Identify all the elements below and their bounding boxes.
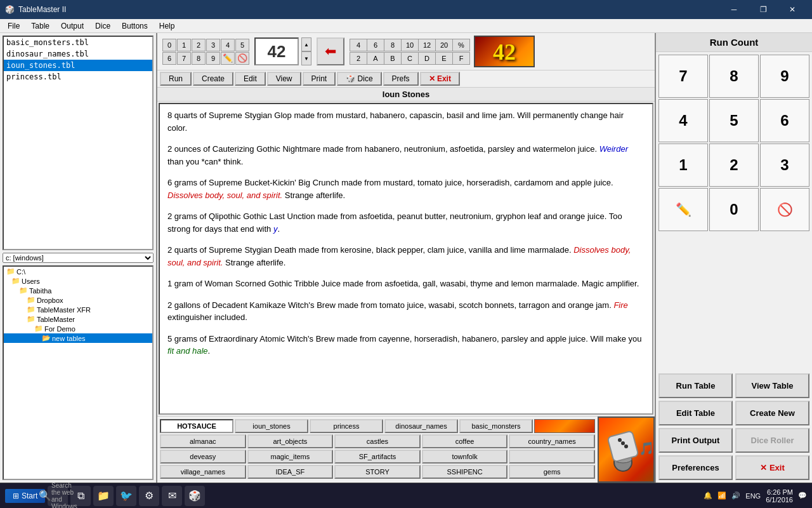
row-num-e[interactable]: E: [435, 52, 453, 65]
tree-new-tables[interactable]: 📂 new tables: [4, 333, 152, 343]
notification-icon[interactable]: 🔔: [704, 491, 712, 500]
menu-help[interactable]: Help: [154, 20, 180, 32]
exit-toolbar-button[interactable]: ✕ Exit: [420, 72, 460, 86]
num-0-button[interactable]: 0: [162, 39, 176, 51]
table-btn-village-names[interactable]: village_names: [160, 465, 246, 479]
view-table-button[interactable]: View Table: [735, 373, 809, 398]
task-view-button[interactable]: ⧉: [70, 486, 91, 506]
num-4-button[interactable]: 4: [221, 39, 235, 51]
row-num-8[interactable]: 8: [384, 39, 402, 51]
exit-button[interactable]: ✕ Exit: [735, 455, 809, 480]
num-3-button[interactable]: 3: [206, 39, 220, 51]
table-btn-magic-items[interactable]: magic_items: [247, 450, 334, 464]
row-num-f[interactable]: F: [452, 52, 470, 65]
table-btn-almanac[interactable]: almanac: [160, 434, 246, 448]
win-minimize[interactable]: ─: [719, 0, 749, 19]
rnum-pencil[interactable]: ✏️: [658, 188, 708, 231]
table-btn-idea-sf[interactable]: IDEA_SF: [247, 465, 334, 479]
menu-dice[interactable]: Dice: [90, 20, 115, 32]
rnum-1[interactable]: 1: [658, 144, 708, 187]
file-explorer-icon[interactable]: 📁: [93, 486, 114, 506]
email-icon[interactable]: ✉: [162, 486, 182, 506]
num-9-button[interactable]: 9: [206, 52, 220, 65]
tree-users[interactable]: 📁 Users: [4, 276, 152, 286]
tree-dropbox[interactable]: 📁 Dropbox: [4, 295, 152, 305]
table-btn-sshipenc[interactable]: SSHIPENC: [422, 465, 508, 479]
menu-buttons[interactable]: Buttons: [117, 20, 153, 32]
rnum-cancel[interactable]: 🚫: [760, 188, 809, 231]
num-8-button[interactable]: 8: [192, 52, 206, 65]
table-btn-townfolk[interactable]: townfolk: [422, 450, 508, 464]
win-maximize[interactable]: ❐: [749, 0, 778, 19]
run-table-button[interactable]: Run Table: [658, 373, 733, 398]
table-btn-gems[interactable]: gems: [509, 465, 595, 479]
drive-selector[interactable]: c: [windows]: [3, 253, 154, 263]
table-btn-dinosaur-names[interactable]: dinosaur_names: [384, 419, 458, 433]
search-taskbar[interactable]: 🔍 Search the web and Windows: [48, 486, 68, 506]
row-num-10[interactable]: 10: [401, 39, 419, 51]
num-6-button[interactable]: 6: [162, 52, 176, 65]
menu-file[interactable]: File: [3, 20, 25, 32]
file-list[interactable]: basic_monsters.tbl dinosaur_names.tbl io…: [3, 36, 154, 250]
table-btn-country-names[interactable]: country_names: [509, 434, 595, 448]
dice-button[interactable]: 🎲 Dice: [337, 72, 381, 86]
row-num-a[interactable]: A: [367, 52, 384, 65]
table-btn-princess[interactable]: princess: [310, 419, 383, 433]
rnum-6[interactable]: 6: [760, 99, 809, 142]
tree-tabitha[interactable]: 📁 Tabitha: [4, 286, 152, 295]
rnum-9[interactable]: 9: [760, 55, 809, 98]
run-button[interactable]: Run: [160, 72, 192, 86]
table-btn-story[interactable]: STORY: [334, 465, 421, 479]
table-btn-coffee[interactable]: coffee: [422, 434, 508, 448]
table-btn-castles[interactable]: castles: [334, 434, 421, 448]
cancel-button[interactable]: 🚫: [235, 52, 249, 65]
spin-down-button[interactable]: ▼: [301, 51, 311, 65]
spin-up-button[interactable]: ▲: [301, 37, 311, 51]
table-btn-hotsauce[interactable]: HOTSAUCE: [160, 419, 233, 433]
table-btn-deveasy[interactable]: deveasy: [160, 450, 246, 464]
rnum-5[interactable]: 5: [709, 99, 759, 142]
num-1-button[interactable]: 1: [177, 39, 191, 51]
tree-c-drive[interactable]: 📁 C:\: [4, 267, 152, 276]
print-output-button[interactable]: Print Output: [658, 428, 733, 453]
rnum-7[interactable]: 7: [658, 55, 708, 98]
notification-center-icon[interactable]: 💬: [798, 491, 807, 500]
table-btn-ioun-stones[interactable]: ioun_stones: [235, 419, 308, 433]
file-item-ioun-stones[interactable]: ioun_stones.tbl: [4, 60, 152, 71]
table-btn-art-objects[interactable]: art_objects: [247, 434, 334, 448]
menu-output[interactable]: Output: [56, 20, 89, 32]
menu-table[interactable]: Table: [26, 20, 55, 32]
settings-icon[interactable]: ⚙: [139, 486, 159, 506]
pencil-button[interactable]: ✏️: [221, 52, 235, 65]
file-item-basic-monsters[interactable]: basic_monsters.tbl: [4, 37, 152, 48]
win-close[interactable]: ✕: [778, 0, 807, 19]
view-button[interactable]: View: [267, 72, 301, 86]
preferences-button[interactable]: Preferences: [658, 455, 733, 480]
tree-tablemaster-xfr[interactable]: 📁 TableMaster XFR: [4, 305, 152, 314]
row-num-4[interactable]: 4: [350, 39, 367, 51]
row-num-b[interactable]: B: [384, 52, 402, 65]
folder-tree[interactable]: 📁 C:\ 📁 Users 📁 Tabitha 📁 Dropbox 📁 Tabl…: [3, 265, 154, 480]
tree-for-demo[interactable]: 📁 For Demo: [4, 324, 152, 333]
rnum-0[interactable]: 0: [709, 188, 759, 231]
content-scroll[interactable]: 8 quarts of Supreme Stygian Glop made fr…: [159, 103, 653, 415]
network-icon[interactable]: 📶: [717, 491, 726, 500]
tree-tablemaster[interactable]: 📁 TableMaster: [4, 314, 152, 324]
back-button[interactable]: ⬅: [317, 37, 344, 65]
print-button[interactable]: Print: [303, 72, 336, 86]
edit-button[interactable]: Edit: [235, 72, 266, 86]
num-5-button[interactable]: 5: [235, 39, 249, 51]
rnum-2[interactable]: 2: [709, 144, 759, 187]
row-num-2[interactable]: 2: [350, 52, 367, 65]
file-item-dinosaur-names[interactable]: dinosaur_names.tbl: [4, 48, 152, 60]
table-btn-sf-artifacts[interactable]: SF_artifacts: [334, 450, 421, 464]
row-num-12[interactable]: 12: [418, 39, 436, 51]
row-num-20[interactable]: 20: [435, 39, 453, 51]
rnum-4[interactable]: 4: [658, 99, 708, 142]
create-new-button[interactable]: Create New: [735, 401, 809, 425]
row-num-d[interactable]: D: [418, 52, 436, 65]
rnum-8[interactable]: 8: [709, 55, 759, 98]
language-icon[interactable]: ENG: [745, 492, 761, 500]
volume-icon[interactable]: 🔊: [731, 491, 740, 500]
clock[interactable]: 6:26 PM 6/1/2016: [766, 488, 793, 504]
